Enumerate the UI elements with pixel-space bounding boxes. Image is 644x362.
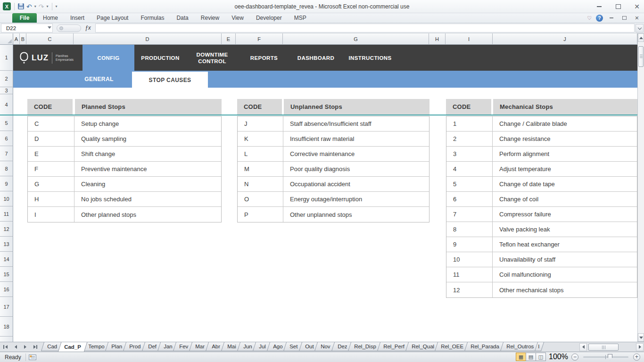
sheet-tab-cad-p[interactable]: Cad_P [58, 342, 88, 352]
row-header-10[interactable]: 10 [0, 191, 13, 206]
name-box[interactable]: D22 [1, 24, 53, 33]
cell-description[interactable]: Quality sampling [74, 132, 221, 146]
cell-code[interactable]: N [238, 177, 283, 191]
cell-description[interactable]: Other unplanned stops [283, 207, 429, 222]
cell-description[interactable]: Change / Calibrate blade [493, 116, 637, 131]
hscroll-right-button[interactable] [636, 343, 644, 351]
ribbon-tab-page-layout[interactable]: Page Layout [91, 13, 134, 23]
undo-icon[interactable]: ↶ [26, 3, 32, 10]
cell-description[interactable]: Cleaning [74, 177, 221, 191]
column-header-f[interactable]: F [236, 33, 283, 45]
cell-description[interactable]: Occupational accident [283, 177, 429, 191]
cell-code[interactable]: H [28, 192, 74, 206]
cell-description[interactable]: Insufficient raw material [283, 132, 429, 146]
nav-tab-instructions[interactable]: INSTRUCTIONS [342, 45, 398, 71]
cell-code[interactable]: J [238, 116, 283, 131]
row-header-18[interactable]: 18 [0, 317, 13, 337]
row-header-11[interactable]: 11 [0, 206, 13, 222]
sheet-tab-rel-parada[interactable]: Rel_Parada [464, 342, 505, 351]
subnav-tab-stop-causes[interactable]: STOP CAUSES [132, 72, 208, 89]
cell-code[interactable]: 2 [446, 132, 493, 146]
formula-input[interactable] [95, 24, 635, 33]
name-box-dropdown-icon[interactable] [48, 26, 51, 29]
cell-code[interactable]: 12 [446, 282, 493, 297]
cell-description[interactable]: Energy outage/interruption [283, 192, 429, 206]
cell-code[interactable]: 11 [446, 267, 493, 282]
column-header-e[interactable]: E [222, 33, 236, 45]
close-window-button[interactable]: ✕ [633, 3, 641, 10]
row-header-3[interactable]: 3 [0, 87, 13, 94]
subnav-tab-general[interactable]: GENERAL [66, 71, 132, 88]
cell-code[interactable]: D [28, 132, 74, 146]
cell-description[interactable]: Compressor failure [493, 207, 637, 222]
ribbon-tab-msp[interactable]: MSP [288, 13, 313, 23]
column-header-d[interactable]: D [74, 33, 222, 45]
sheet-tab-rel-outros[interactable]: Rel_Outros [500, 342, 540, 351]
column-header-a[interactable]: A [13, 33, 20, 45]
cell-code[interactable]: 4 [446, 162, 493, 176]
cell-description[interactable]: No jobs scheduled [74, 192, 221, 206]
customize-qat-icon[interactable]: ▾ [56, 4, 58, 8]
select-all-corner[interactable] [0, 33, 13, 45]
minimize-window-button[interactable] [595, 3, 603, 10]
normal-view-button[interactable]: ▦ [516, 353, 526, 361]
ribbon-tab-insert[interactable]: Insert [64, 13, 91, 23]
cell-description[interactable]: Unavailability of staff [493, 252, 637, 267]
page-layout-view-button[interactable]: ▤ [526, 353, 536, 361]
hscroll-left-button[interactable] [579, 343, 587, 351]
next-sheet-button[interactable] [22, 344, 28, 350]
close-workbook-button[interactable]: ✕ [634, 15, 640, 20]
row-header-17[interactable]: 17 [0, 297, 13, 317]
cell-description[interactable]: Poor quality diagnosis [283, 162, 429, 176]
cell-description[interactable]: Teflon heat exchanger [493, 237, 637, 252]
cell-code[interactable]: 10 [446, 252, 493, 267]
cell-code[interactable]: F [28, 162, 74, 176]
cell-code[interactable]: 8 [446, 222, 493, 237]
cell-code[interactable]: 7 [446, 207, 493, 222]
nav-tab-config[interactable]: CONFIG [83, 45, 134, 71]
zoom-in-button[interactable]: + [633, 354, 640, 361]
row-header-8[interactable]: 8 [0, 161, 13, 176]
column-header-j[interactable]: J [493, 33, 637, 45]
cell-description[interactable]: Other mechanical stops [493, 282, 637, 297]
column-header-i[interactable]: I [446, 33, 493, 45]
page-break-view-button[interactable]: ◫ [536, 353, 546, 361]
ribbon-tab-home[interactable]: Home [37, 13, 64, 23]
cell-description[interactable]: Change of coil [493, 192, 637, 206]
column-header-c[interactable]: C [26, 33, 74, 45]
redo-dropdown-icon[interactable]: ▾ [46, 4, 48, 8]
row-header-7[interactable]: 7 [0, 146, 13, 161]
vertical-scrollbar[interactable] [637, 33, 644, 342]
macro-record-icon[interactable] [29, 354, 36, 360]
save-icon[interactable] [18, 3, 24, 9]
cell-description[interactable]: Other planned stops [74, 207, 221, 222]
row-header-4[interactable]: 4 [0, 94, 13, 115]
row-header-2[interactable]: 2 [0, 71, 13, 87]
ribbon-tab-review[interactable]: Review [195, 13, 225, 23]
column-header-g[interactable]: G [283, 33, 429, 45]
zoom-level[interactable]: 100% [549, 353, 567, 361]
zoom-slider[interactable] [583, 356, 628, 358]
cell-code[interactable]: 3 [446, 147, 493, 161]
ribbon-tab-developer[interactable]: Developer [250, 13, 288, 23]
nav-tab-production[interactable]: PRODUCTION [134, 45, 186, 71]
cell-description[interactable]: Shift change [74, 147, 221, 161]
cell-description[interactable]: Coil malfunctioning [493, 267, 637, 282]
column-header-b[interactable]: B [20, 33, 26, 45]
cell-code[interactable]: M [238, 162, 283, 176]
ribbon-tab-formulas[interactable]: Formulas [134, 13, 170, 23]
cell-code[interactable]: 1 [446, 116, 493, 131]
undo-dropdown-icon[interactable]: ▾ [34, 4, 36, 8]
nav-tab-downtime-control[interactable]: DOWNTIME CONTROL [186, 45, 238, 71]
horizontal-scrollbar[interactable] [579, 342, 644, 352]
nav-tab-dashboard[interactable]: DASHBOARD [290, 45, 342, 71]
zoom-slider-thumb[interactable] [608, 354, 612, 360]
zoom-out-button[interactable]: − [571, 354, 578, 361]
cell-description[interactable]: Perform alignment [493, 147, 637, 161]
cell-description[interactable]: Valve packing leak [493, 222, 637, 237]
cell-description[interactable]: Change of date tape [493, 177, 637, 191]
vertical-scrollbar-thumb[interactable] [638, 46, 644, 67]
cell-description[interactable]: Change resistance [493, 132, 637, 146]
help-icon[interactable]: ? [596, 15, 603, 22]
cell-code[interactable]: E [28, 147, 74, 161]
